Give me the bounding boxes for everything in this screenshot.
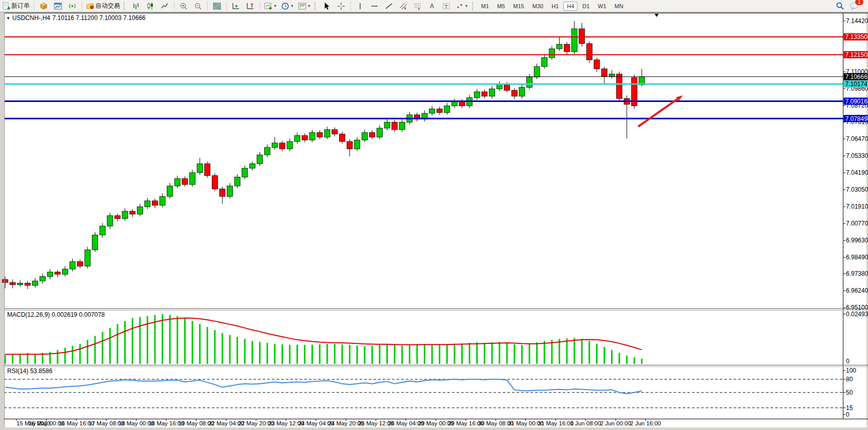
rsi-level-label: 100 [846,367,856,374]
candle-body [527,77,532,87]
candle-body [354,140,360,149]
price-tick-label: 7.05330 [846,152,868,159]
candle-body [602,69,607,76]
candle-body [160,196,165,205]
candle-body [340,134,345,141]
candle-body [482,92,487,96]
candle-body [227,186,233,196]
price-tick-label: 7.06470 [846,135,868,142]
candle-body [497,85,502,89]
candle-body [474,92,480,98]
candle-body [107,216,113,226]
price-tick-label: 7.04190 [846,169,868,176]
candle-body [594,60,600,69]
candle-body [272,143,278,148]
candle-body [62,269,68,274]
candle-body [234,177,240,186]
candle-body [452,101,458,106]
candle-body [265,148,270,155]
price-tick-label: 6.96240 [846,287,868,294]
date-tick-label: 31 May 16:00 [538,420,574,426]
price-tag-label: 7.10666 [845,73,868,80]
chart-symbol-title: USDCNH-,H4 [12,14,50,22]
candle-body [369,133,375,137]
candle-body [85,250,90,266]
price-tag-label: 7.10174 [845,80,868,88]
candle-body [47,272,53,277]
candle-body [377,128,383,137]
candle-body [534,67,540,77]
candle-body [167,186,173,196]
rsi-indicator-label: RSI(14) 53.8586 [7,367,52,375]
candle-body [137,207,143,214]
candle-body [220,189,225,196]
candle-body [437,109,442,112]
candle-body [257,155,263,163]
candle-body [384,122,390,128]
price-tick-label: 7.14420 [846,17,868,25]
candle-body [242,168,248,177]
candle-body [317,133,323,137]
candle-body [17,283,23,285]
candle-body [571,29,577,52]
candle-body [557,44,562,49]
candle-body [25,283,30,285]
candle-body [617,74,622,98]
date-tick-label: 1 Jun 08:00 [570,420,601,426]
application-window: 新订单 自动交易 [0,0,868,430]
candle-body [586,44,592,60]
price-tag-label: 7.12150 [845,51,868,58]
rsi-level-label: 80 [846,376,853,383]
candle-body [287,141,292,149]
price-tick-label: 6.99630 [846,237,868,244]
candle-body [212,176,218,189]
price-tick-label: 6.98490 [846,254,868,261]
candle-body [122,211,128,218]
rsi-level-label: 50 [846,389,853,396]
candle-body [332,130,338,134]
chart-background [4,13,866,419]
candle-body [152,201,158,206]
candle-body [249,163,255,168]
candle-body [145,201,150,207]
candle-body [519,87,525,96]
candle-body [70,262,75,269]
candle-body [294,135,300,141]
candle-body [3,279,8,282]
price-tick-label: 6.97380 [846,270,868,277]
candle-body [115,216,121,219]
price-tag-label: 7.13350 [845,33,868,40]
candle-body [55,272,61,274]
macd-indicator-label: MACD(12,26,9) 0.002619 0.007078 [7,311,105,318]
date-tick-label: 2 Jun 16:00 [630,420,661,426]
candle-body [40,276,46,281]
candle-body [511,90,517,96]
candle-body [542,58,547,67]
candle-body [504,85,510,91]
candle-body [32,281,38,285]
rsi-level-label: 0 [846,411,850,418]
chart-canvas[interactable]: 7.144207.110007.098607.087207.076107.064… [0,0,868,430]
price-tick-label: 7.00770 [846,220,868,227]
candle-body [182,178,188,185]
candle-body [324,130,330,137]
candle-body [609,74,615,76]
candle-body [280,143,285,149]
candle-body [205,163,210,175]
candle-body [309,133,315,140]
candle-body [100,226,105,235]
price-tag-label: 7.07849 [845,115,868,122]
symbol-dropdown-icon[interactable]: ▼ [6,16,10,21]
macd-max-label: 0.02493 [846,311,868,318]
candle-body [174,178,180,186]
candle-body [197,163,203,172]
candle-body [77,262,83,267]
macd-zero-label: 0 [846,358,850,365]
candle-body [190,173,195,185]
price-tick-label: 7.01910 [846,203,868,210]
candle-body [444,106,450,113]
date-tick-label: 2 Jun 00:00 [600,420,631,426]
price-tick-label: 7.03050 [846,186,868,193]
candle-body [362,133,367,140]
chart-ohlc-values: 7.10116 7.11200 7.10003 7.10666 [52,14,146,22]
